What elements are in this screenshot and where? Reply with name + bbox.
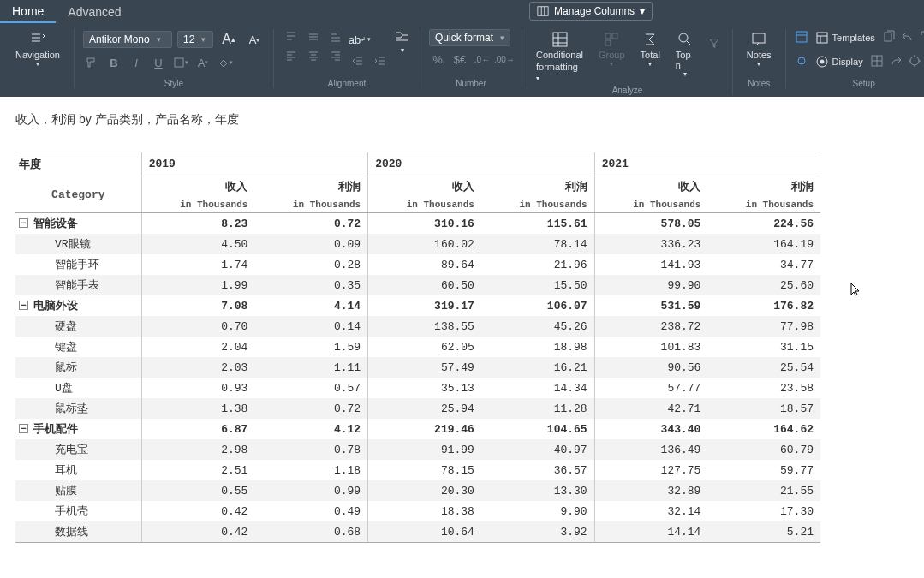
merge-button[interactable]: ▾ — [394, 29, 411, 54]
group-setup-label: Setup — [853, 79, 875, 88]
svg-rect-4 — [612, 33, 617, 39]
font-color-button[interactable]: A▾ — [194, 55, 212, 70]
table-row[interactable]: 充电宝2.980.7891.9940.97136.4960.79 — [15, 439, 820, 460]
merge-icon — [394, 29, 411, 46]
decrease-font-button[interactable]: A▾ — [244, 29, 265, 50]
percent-button[interactable]: % — [429, 51, 446, 67]
topn-label: Top n — [676, 50, 695, 70]
svg-rect-9 — [817, 33, 827, 43]
chevron-down-icon: ▾ — [610, 60, 613, 68]
table-row[interactable]: 鼠标2.031.1157.4916.2190.5625.54 — [15, 357, 820, 378]
columns-icon — [537, 5, 549, 17]
collapse-icon[interactable]: − — [19, 424, 28, 433]
table-row[interactable]: −智能设备8.230.72310.16115.61578.05224.56 — [15, 213, 820, 235]
table-row[interactable]: U盘0.930.5735.1314.3457.7723.58 — [15, 378, 820, 398]
group-btn-label: Group — [599, 50, 625, 60]
increase-font-button[interactable]: A▴ — [218, 29, 239, 50]
underline-button[interactable]: U — [150, 55, 167, 70]
svg-point-15 — [910, 57, 919, 65]
format-painter-button[interactable] — [83, 55, 100, 70]
font-size-value: 12 — [183, 33, 194, 45]
table-row[interactable]: VR眼镜4.500.09160.0278.14336.23164.19 — [15, 234, 820, 254]
table-row[interactable]: 数据线0.420.6810.643.9214.145.21 — [15, 521, 820, 543]
navigation-button[interactable]: Navigation ▾ — [10, 29, 65, 69]
total-button[interactable]: Total ▾ — [635, 29, 665, 69]
fill-color-button[interactable]: ▾ — [217, 55, 234, 70]
svg-point-6 — [679, 33, 688, 42]
table-row[interactable]: 贴膜0.550.9920.3013.3032.8921.55 — [15, 480, 820, 501]
table-row[interactable]: 智能手环1.740.2889.6421.96141.9334.77 — [15, 254, 820, 275]
align-middle-button[interactable] — [305, 29, 322, 45]
zoom-icon[interactable] — [920, 30, 924, 46]
align-left-button[interactable] — [283, 48, 300, 63]
currency-button[interactable]: $€ — [451, 51, 468, 67]
chevron-down-icon: ▾ — [536, 74, 539, 82]
table-row[interactable]: 鼠标垫1.380.7225.9411.2842.7118.57 — [15, 398, 820, 419]
display-button[interactable]: Display — [814, 53, 865, 70]
svg-rect-1 — [175, 58, 183, 67]
align-bottom-button[interactable] — [327, 29, 344, 45]
manage-columns-button[interactable]: Manage Columns ▾ — [529, 2, 653, 21]
border-button[interactable]: ▾ — [172, 55, 189, 70]
quick-format-value: Quick format — [435, 32, 493, 44]
undo-icon[interactable] — [901, 30, 915, 46]
bold-button[interactable]: B — [105, 55, 122, 70]
align-right-button[interactable] — [327, 48, 344, 63]
templates-button[interactable]: Templates — [814, 29, 877, 46]
align-center-button[interactable] — [305, 48, 322, 63]
templates-icon — [815, 31, 829, 45]
collapse-icon[interactable]: − — [19, 218, 28, 228]
increase-decimal-button[interactable]: .0← — [474, 51, 491, 67]
formatting-label: formatting — [536, 62, 578, 72]
chevron-down-icon: ▾ — [201, 35, 206, 44]
wrap-text-button[interactable]: ab↲▾ — [349, 29, 370, 50]
chevron-down-icon: ▾ — [648, 60, 652, 68]
italic-button[interactable]: I — [128, 55, 145, 70]
group-alignment-label: Alignment — [328, 79, 366, 88]
svg-rect-10 — [885, 33, 891, 41]
navigation-icon — [29, 31, 46, 48]
notes-button[interactable]: Notes ▾ — [742, 29, 777, 69]
group-icon — [603, 31, 620, 48]
templates-label: Templates — [832, 33, 875, 43]
total-label: Total — [641, 50, 660, 60]
svg-rect-0 — [538, 7, 548, 16]
redo-icon[interactable] — [889, 54, 903, 70]
conditional-formatting-icon — [551, 31, 569, 48]
svg-rect-7 — [753, 33, 765, 43]
chevron-down-icon: ▾ — [683, 70, 687, 78]
decrease-decimal-button[interactable]: .00→ — [496, 51, 513, 67]
display-indicator-icon — [795, 54, 808, 70]
tab-advanced[interactable]: Advanced — [56, 2, 133, 22]
group-button[interactable]: Group ▾ — [593, 29, 630, 69]
decrease-indent-button[interactable] — [349, 53, 367, 69]
copy-icon[interactable] — [882, 30, 896, 46]
conditional-formatting-button[interactable]: Conditional formatting ▾ — [531, 29, 588, 84]
quick-format-select[interactable]: Quick format▾ — [429, 29, 510, 46]
templates-indicator-icon — [795, 30, 808, 46]
table-row[interactable]: 硬盘0.700.14138.5545.26238.7277.98 — [15, 316, 820, 337]
table-row[interactable]: 键盘2.041.5962.0518.98101.8331.15 — [15, 337, 820, 357]
font-size-select[interactable]: 12▾ — [177, 31, 213, 48]
svg-point-11 — [798, 57, 805, 64]
align-top-button[interactable] — [283, 29, 300, 45]
filter-button[interactable] — [706, 33, 724, 53]
group-style-label: Style — [164, 79, 183, 88]
table-row[interactable]: −手机配件6.874.12219.46104.65343.40164.62 — [15, 419, 820, 439]
topn-button[interactable]: Top n ▾ — [671, 29, 700, 80]
chevron-down-icon: ▾ — [757, 60, 760, 68]
table-row[interactable]: 手机壳0.420.4918.389.9032.1417.30 — [15, 501, 820, 521]
table-row[interactable]: 耳机2.511.1878.1536.57127.7559.77 — [15, 460, 820, 480]
table-row[interactable]: 智能手表1.990.3560.5015.5099.9025.60 — [15, 275, 820, 295]
increase-indent-button[interactable] — [372, 53, 389, 69]
page-title: 收入，利润 by 产品类别，产品名称，年度 — [15, 112, 909, 128]
svg-rect-8 — [796, 32, 807, 42]
chevron-down-icon: ▾ — [401, 46, 404, 54]
settings-icon[interactable] — [908, 54, 921, 70]
display-label: Display — [832, 57, 863, 67]
table-row[interactable]: −电脑外设7.084.14319.17106.07531.59176.82 — [15, 295, 820, 316]
font-family-select[interactable]: Antikor Mono▾ — [83, 31, 172, 48]
tab-home[interactable]: Home — [0, 1, 56, 23]
grid-icon[interactable] — [870, 54, 884, 70]
collapse-icon[interactable]: − — [19, 301, 28, 310]
